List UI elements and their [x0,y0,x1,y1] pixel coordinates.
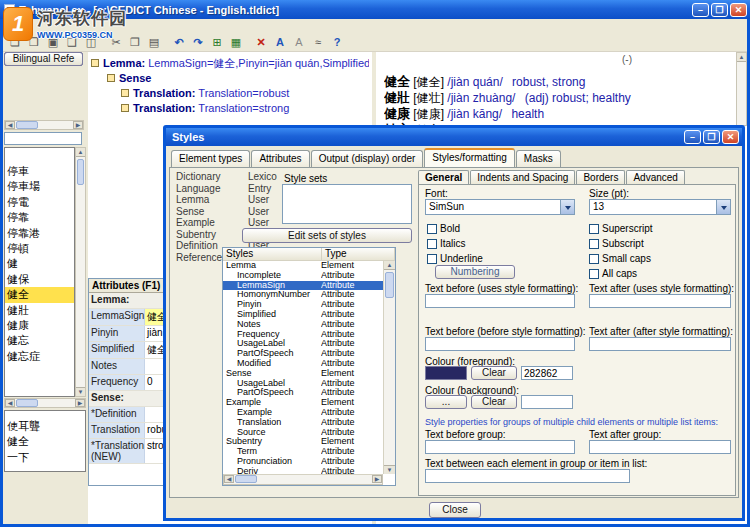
checkbox-box[interactable] [589,224,599,234]
tree-node[interactable]: Lemma:LemmaSign=健全,Pinyin=jiàn quán,Simp… [91,56,369,71]
font-plain-icon[interactable]: A [290,34,308,50]
dialog-close-button[interactable]: Close [429,502,481,518]
delete-icon[interactable]: ✕ [252,34,270,50]
tree-node[interactable]: Translation:Translation=robust [91,86,369,101]
style-row[interactable]: Modified Attribute [223,359,383,369]
scrollbar-thumb[interactable] [235,475,257,483]
lemma-list-item[interactable]: 停車場 [5,179,74,194]
numbering-button[interactable]: Numbering [435,265,515,279]
style-row[interactable]: Notes Attribute [223,320,383,330]
background-colour-picker-button[interactable]: ... [425,395,467,409]
formatting-subtab[interactable]: Borders [576,170,625,184]
style-row[interactable]: UsageLabel Attribute [223,339,383,349]
style-row[interactable]: Incomplete Attribute [223,271,383,281]
scroll-down-icon[interactable]: ▼ [76,387,85,396]
foreground-colour-swatch[interactable] [425,366,467,380]
paste-icon[interactable]: ▤ [145,34,163,50]
lemma-list-item[interactable]: 停靠港 [5,226,74,241]
style-row[interactable]: Sense Element [223,369,383,379]
scroll-up-icon[interactable]: ▲ [737,53,746,62]
scrollbar-track[interactable] [15,399,75,407]
checkbox-box[interactable] [427,224,437,234]
lemma-list-item[interactable]: 健全 [5,287,74,302]
tree-node[interactable]: Translation:Translation=strong [91,101,369,116]
checkbox-box[interactable] [589,269,599,279]
redo-icon[interactable]: ↷ [189,34,207,50]
dialog-tab[interactable]: Styles/formatting [424,148,514,167]
maximize-button[interactable]: ❐ [711,3,728,17]
checkbox-box[interactable] [589,254,599,264]
lemma-list-horizontal-scrollbar[interactable]: ◀ ▶ [4,398,86,408]
element-type-row[interactable]: Sense User [176,206,280,218]
text-before-uses-input[interactable] [425,294,575,308]
copy-icon[interactable]: ❐ [126,34,144,50]
scrollbar-thumb[interactable] [16,399,38,407]
checkbox[interactable]: All caps [589,268,653,279]
checkbox[interactable]: Small caps [589,253,653,264]
column-header-styles[interactable]: Styles [223,248,322,261]
style-row[interactable]: Simplified Attribute [223,310,383,320]
grid-view-icon[interactable]: ▦ [227,34,245,50]
related-lemma-item[interactable]: 一下 [5,450,85,465]
lemma-list-item[interactable]: 停頓 [5,241,74,256]
checkbox-box[interactable] [427,239,437,249]
checkbox[interactable]: Italics [427,238,483,249]
lemma-list-item[interactable]: 健壯 [5,303,74,318]
font-style-icon[interactable]: A [271,34,289,50]
related-lemma-item[interactable]: 健全 [5,434,85,449]
column-header-type[interactable]: Type [322,248,395,261]
checkbox[interactable]: Underline [427,253,483,264]
lemma-list-item[interactable]: 健 [5,256,74,271]
font-combobox[interactable]: SimSun [425,199,575,215]
preview-collapse-toggle[interactable]: (-) [622,54,632,65]
style-row[interactable]: Pronunciation Attribute [223,457,383,467]
insert-table-icon[interactable]: ⊞ [208,34,226,50]
related-lemma-list[interactable]: 使耳聾健全一下 [4,410,86,472]
minimize-button[interactable]: – [692,3,709,17]
scroll-left-icon[interactable]: ◀ [5,121,15,129]
sidebar-button[interactable]: Bilingual Refe [4,52,83,66]
formatting-subtab[interactable]: Indents and Spacing [470,170,575,184]
element-type-row[interactable]: Example User [176,217,280,229]
style-row[interactable]: HomonymNumber Attribute [223,290,383,300]
style-row[interactable]: Frequency Attribute [223,330,383,340]
dialog-maximize-button[interactable]: ❐ [703,130,720,144]
lemma-search-input[interactable] [4,132,82,145]
sidebar-horizontal-scrollbar[interactable]: ◀ ▶ [4,120,84,130]
text-before-before-input[interactable] [425,337,575,351]
text-before-group-input[interactable] [425,440,575,454]
size-combobox[interactable]: 13 [589,199,731,215]
style-sets-listbox[interactable] [282,184,412,224]
lemma-list-item[interactable]: 健忘症 [5,349,74,364]
lemma-list-item[interactable]: 停車 [5,164,74,179]
lemma-list-item[interactable]: 停靠 [5,210,74,225]
lemma-list-item[interactable]: 健康 [5,318,74,333]
lemma-list-item[interactable]: 健忘 [5,333,74,348]
scroll-down-icon[interactable]: ▼ [384,465,395,474]
styles-list-vertical-scrollbar[interactable]: ▲ ▼ [383,261,395,474]
formatting-subtab[interactable]: Advanced [626,170,684,184]
style-row[interactable]: Pinyin Attribute [223,300,383,310]
scrollbar-track[interactable] [234,475,372,484]
element-type-row[interactable]: Language Entry [176,183,280,195]
checkbox[interactable]: Bold [427,223,483,234]
scroll-left-icon[interactable]: ◀ [5,399,15,407]
checkbox[interactable]: Subscript [589,238,653,249]
chevron-down-icon[interactable] [560,200,574,214]
checkbox[interactable]: Superscript [589,223,653,234]
preview-scrollbar[interactable]: ▲ [736,52,747,126]
scroll-up-icon[interactable]: ▲ [384,261,395,270]
style-row[interactable]: Lemma Element [223,261,383,271]
scroll-up-icon[interactable]: ▲ [76,148,85,157]
close-button[interactable]: ✕ [730,3,747,17]
element-type-row[interactable]: Dictionary Lexico [176,171,280,183]
special-characters-icon[interactable]: ≈ [309,34,327,50]
style-row[interactable]: PartOfSpeech Attribute [223,388,383,398]
foreground-colour-value[interactable] [521,366,573,380]
style-row[interactable]: Subentry Element [223,437,383,447]
style-row[interactable]: LemmaSign Attribute [223,281,383,291]
tree-node[interactable]: Sense [91,71,369,86]
text-after-group-input[interactable] [589,440,731,454]
text-after-uses-input[interactable] [589,294,731,308]
scrollbar-thumb[interactable] [385,272,394,298]
